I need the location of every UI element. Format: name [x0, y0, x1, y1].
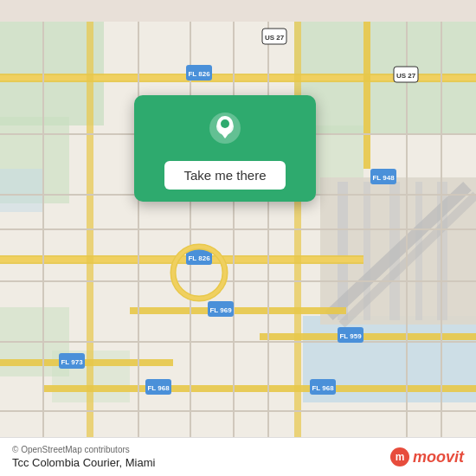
- svg-point-66: [221, 119, 229, 128]
- bottom-bar: © OpenStreetMap contributors Tcc Colombi…: [0, 437, 476, 476]
- svg-text:FL 968: FL 968: [312, 384, 334, 392]
- svg-rect-24: [260, 333, 476, 340]
- svg-rect-25: [43, 385, 476, 392]
- location-name: Tcc Colombia Courier, Miami: [12, 456, 155, 469]
- osm-credit: © OpenStreetMap contributors: [12, 445, 155, 454]
- moovit-m-icon: m: [390, 447, 409, 466]
- svg-text:FL 826: FL 826: [188, 70, 210, 78]
- pin-icon-wrapper: [206, 111, 244, 152]
- moovit-brand-text: moovit: [413, 448, 464, 466]
- svg-text:US 27: US 27: [265, 34, 285, 42]
- svg-rect-8: [0, 169, 43, 212]
- take-me-there-button[interactable]: Take me there: [164, 161, 285, 190]
- svg-rect-27: [363, 22, 370, 169]
- svg-text:US 27: US 27: [396, 72, 416, 80]
- pin-icon: [206, 111, 244, 149]
- map-background: US 27 US 27 FL 826 FL 826 FL 948 FL 969 …: [0, 0, 476, 476]
- svg-text:FL 826: FL 826: [188, 254, 210, 262]
- svg-text:FL 968: FL 968: [147, 384, 170, 392]
- svg-text:FL 973: FL 973: [61, 358, 83, 366]
- bottom-left-info: © OpenStreetMap contributors Tcc Colombi…: [12, 445, 155, 469]
- map-container: US 27 US 27 FL 826 FL 826 FL 948 FL 969 …: [0, 0, 476, 476]
- svg-text:FL 959: FL 959: [339, 332, 362, 340]
- svg-rect-20: [0, 257, 363, 262]
- svg-text:FL 948: FL 948: [372, 174, 395, 182]
- svg-text:FL 969: FL 969: [209, 306, 232, 314]
- moovit-logo: m moovit: [390, 447, 464, 466]
- svg-rect-26: [0, 359, 173, 366]
- location-card: Take me there: [134, 95, 316, 202]
- svg-rect-23: [130, 307, 346, 314]
